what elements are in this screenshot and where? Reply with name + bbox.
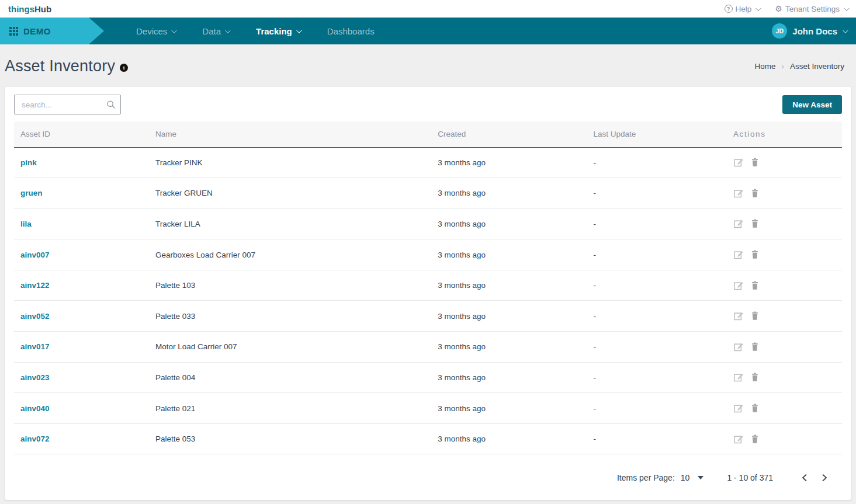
apps-grid-icon xyxy=(9,27,18,36)
edit-icon[interactable] xyxy=(733,249,744,260)
column-header-last-update: Last Update xyxy=(587,121,727,147)
items-per-page-select[interactable]: 10 xyxy=(681,473,704,482)
nav-item-label: Devices xyxy=(136,26,167,36)
last-update-cell: - xyxy=(587,393,727,424)
next-page-button[interactable] xyxy=(817,471,831,485)
nav-item-tracking[interactable]: Tracking xyxy=(242,18,314,44)
created-cell: 3 months ago xyxy=(431,301,587,332)
column-header-name: Name xyxy=(149,121,431,147)
asset-id-link[interactable]: ainv072 xyxy=(20,435,50,443)
last-update-cell: - xyxy=(587,239,727,270)
asset-id-link[interactable]: ainv017 xyxy=(20,342,50,351)
asset-id-link[interactable]: lila xyxy=(20,220,32,228)
delete-icon[interactable] xyxy=(750,311,760,321)
edit-icon[interactable] xyxy=(733,280,744,291)
edit-icon[interactable] xyxy=(733,157,744,168)
nav-item-label: Data xyxy=(202,26,221,36)
nav-item-label: Tracking xyxy=(256,26,292,36)
column-header-created: Created xyxy=(431,121,587,147)
delete-icon[interactable] xyxy=(750,342,760,352)
new-asset-button[interactable]: New Asset xyxy=(782,95,842,114)
created-cell: 3 months ago xyxy=(431,270,587,301)
edit-icon[interactable] xyxy=(733,188,744,199)
last-update-cell: - xyxy=(587,332,727,363)
asset-id-link[interactable]: ainv007 xyxy=(20,251,50,259)
asset-id-link[interactable]: ainv122 xyxy=(20,281,50,290)
created-cell: 3 months ago xyxy=(431,239,587,270)
help-icon: ? xyxy=(725,5,733,13)
app-logo[interactable]: thingsHub xyxy=(8,4,51,14)
previous-page-button[interactable] xyxy=(798,471,812,485)
nav-item-dashboards[interactable]: Dashboards xyxy=(314,18,388,44)
asset-id-link[interactable]: gruen xyxy=(20,189,43,197)
delete-icon[interactable] xyxy=(750,403,760,413)
asset-name-cell: Palette 053 xyxy=(149,423,431,454)
table-row: ainv007 Gearboxes Load Carrier 007 3 mon… xyxy=(14,239,842,270)
table-row: ainv017 Motor Load Carrier 007 3 months … xyxy=(14,332,842,363)
nav-item-data[interactable]: Data xyxy=(189,18,242,44)
asset-name-cell: Palette 004 xyxy=(149,362,431,393)
delete-icon[interactable] xyxy=(750,249,760,260)
asset-id-link[interactable]: ainv023 xyxy=(20,373,50,382)
delete-icon[interactable] xyxy=(750,434,760,444)
asset-name-cell: Palette 103 xyxy=(149,270,431,301)
delete-icon[interactable] xyxy=(750,188,760,199)
edit-icon[interactable] xyxy=(733,434,744,444)
breadcrumb-home-link[interactable]: Home xyxy=(755,62,776,71)
help-label: Help xyxy=(736,5,752,13)
main-navbar: DEMO Devices Data Tracking Dashboards JD… xyxy=(0,18,856,44)
last-update-cell: - xyxy=(587,270,727,301)
delete-icon[interactable] xyxy=(750,372,760,383)
avatar: JD xyxy=(772,23,787,39)
edit-icon[interactable] xyxy=(733,311,744,321)
created-cell: 3 months ago xyxy=(431,147,587,178)
dropdown-caret-icon xyxy=(698,476,703,479)
chevron-down-icon xyxy=(844,5,850,11)
edit-icon[interactable] xyxy=(733,342,744,352)
created-cell: 3 months ago xyxy=(431,332,587,363)
page-title: Asset Inventory xyxy=(5,57,115,75)
table-row: ainv052 Palette 033 3 months ago - xyxy=(14,301,842,332)
table-header-row: Asset ID Name Created Last Update Action… xyxy=(14,121,842,147)
asset-name-cell: Tracker GRUEN xyxy=(149,178,431,209)
asset-id-link[interactable]: ainv040 xyxy=(20,404,50,413)
edit-icon[interactable] xyxy=(733,403,744,413)
page-header: Asset Inventory i Home › Asset Inventory xyxy=(0,44,856,87)
table-row: gruen Tracker GRUEN 3 months ago - xyxy=(14,178,842,209)
asset-id-link[interactable]: ainv052 xyxy=(20,312,50,321)
gear-icon: ⚙ xyxy=(775,5,782,13)
help-menu[interactable]: ? Help xyxy=(725,5,760,13)
chevron-down-icon xyxy=(171,27,177,33)
items-per-page-label: Items per Page: xyxy=(617,473,675,482)
user-menu[interactable]: JD John Docs xyxy=(763,18,856,44)
edit-icon[interactable] xyxy=(733,218,744,229)
search-icon[interactable] xyxy=(106,100,116,109)
asset-name-cell: Gearboxes Load Carrier 007 xyxy=(149,239,431,270)
column-header-actions: Actions xyxy=(727,121,842,147)
column-header-asset-id: Asset ID xyxy=(14,121,149,147)
tenant-settings-menu[interactable]: ⚙ Tenant Settings xyxy=(775,5,848,13)
breadcrumb: Home › Asset Inventory xyxy=(755,62,844,71)
tenant-selector[interactable]: DEMO xyxy=(0,18,104,44)
pagination-bar: Items per Page: 10 1 - 10 of 371 xyxy=(5,456,851,500)
asset-name-cell: Tracker PINK xyxy=(149,147,431,178)
nav-item-devices[interactable]: Devices xyxy=(123,18,189,44)
last-update-cell: - xyxy=(587,362,727,393)
asset-name-cell: Palette 033 xyxy=(149,301,431,332)
asset-name-cell: Motor Load Carrier 007 xyxy=(149,332,431,363)
asset-id-link[interactable]: pink xyxy=(20,158,37,167)
delete-icon[interactable] xyxy=(750,280,760,291)
tenant-settings-label: Tenant Settings xyxy=(785,5,840,13)
table-toolbar: New Asset xyxy=(5,87,851,117)
asset-table: Asset ID Name Created Last Update Action… xyxy=(14,121,842,454)
edit-icon[interactable] xyxy=(733,372,744,383)
items-per-page-value: 10 xyxy=(681,473,690,482)
search-input[interactable] xyxy=(14,95,121,114)
info-icon[interactable]: i xyxy=(120,64,128,72)
delete-icon[interactable] xyxy=(750,157,760,168)
last-update-cell: - xyxy=(587,147,727,178)
created-cell: 3 months ago xyxy=(431,178,587,209)
breadcrumb-separator-icon: › xyxy=(782,62,784,71)
created-cell: 3 months ago xyxy=(431,208,587,239)
delete-icon[interactable] xyxy=(750,218,760,229)
